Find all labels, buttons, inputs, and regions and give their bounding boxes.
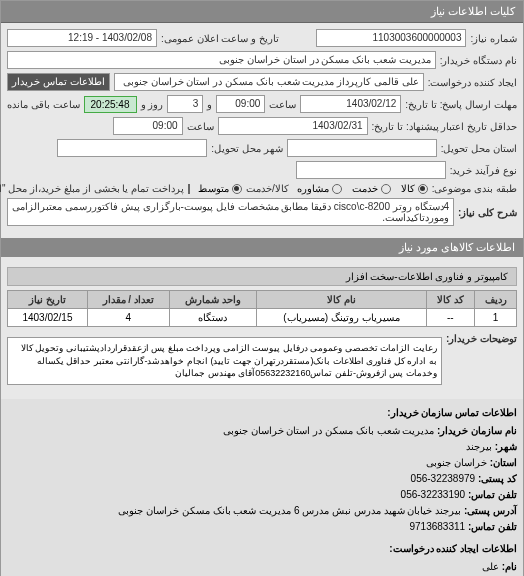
deadline-date2: 1403/02/31	[218, 117, 368, 135]
key-desc-label: شرح کلی نیاز:	[458, 207, 517, 218]
cell-code: --	[426, 309, 474, 327]
org-contact-header: اطلاعات تماس سازمان خریدار:	[7, 405, 517, 421]
radio-icon	[232, 184, 242, 194]
radio-moshavere[interactable]: مشاوره	[297, 183, 342, 194]
device-name-label: نام دستگاه خریدار:	[440, 55, 517, 66]
announce-label: تاریخ و ساعت اعلان عمومی:	[161, 33, 279, 44]
radio-label: متوسط	[198, 183, 229, 194]
creator-label: ایجاد کننده درخواست:	[428, 77, 517, 88]
table-header-row: ردیف کد کالا نام کالا واحد شمارش تعداد /…	[8, 291, 517, 309]
org-city-line: شهر: بیرجند	[7, 439, 517, 455]
table-row[interactable]: 1 -- مسیریاب روتینگ (مسیریاب) دستگاه 4 1…	[8, 309, 517, 327]
radio-label: مشاوره	[297, 183, 329, 194]
process-type-field	[296, 161, 446, 179]
request-no-field: 1103003600000003	[316, 29, 466, 47]
cell-name: مسیریاب روتینگ (مسیریاب)	[257, 309, 426, 327]
cell-unit: دستگاه	[169, 309, 257, 327]
province-deliver-field	[287, 139, 437, 157]
time-label2: ساعت	[187, 121, 214, 132]
org-fax-line: تلفن تماس: 9713683311	[7, 519, 517, 535]
radio-icon	[381, 184, 391, 194]
radio-label: کالا	[401, 183, 415, 194]
deadline-time1: 09:00	[216, 95, 265, 113]
cell-row: 1	[475, 309, 517, 327]
org-province-line: استان: خراسان جنوبی	[7, 455, 517, 471]
radio-icon	[418, 184, 428, 194]
and-label: و	[207, 99, 212, 110]
cell-qty: 4	[87, 309, 169, 327]
deadline-recv-label: حداقل تاریخ اعتبار پیشنهاد: تا تاریخ:	[372, 121, 517, 132]
req-creator-header: اطلاعات ایجاد کننده درخواست:	[7, 541, 517, 557]
buyer-note-label: توضیحات خریدار:	[446, 333, 517, 344]
creator-field: علی قالمی کارپرداز مدیریت شعب بانک مسکن …	[114, 73, 424, 91]
category-radios: کالا خدمت مشاوره	[297, 183, 428, 194]
org-phone-line: تلفن تماس: 32233190-056	[7, 487, 517, 503]
th-name: نام کالا	[257, 291, 426, 309]
radio-medium[interactable]: متوسط	[198, 183, 242, 194]
goods-category-bar: کامپیوتر و فناوری اطلاعات-سخت افزار	[7, 267, 517, 286]
radio-khedmat[interactable]: خدمت	[352, 183, 391, 194]
deadline-date1: 1403/02/12	[300, 95, 401, 113]
goods-section-header: اطلاعات کالاهای مورد نیاز	[1, 238, 523, 257]
th-unit: واحد شمارش	[169, 291, 257, 309]
time-label: ساعت	[269, 99, 296, 110]
org-name-line: نام سازمان خریدار: مدیریت شعب بانک مسکن …	[7, 423, 517, 439]
org-postal-line: کد پستی: 32238979-056	[7, 471, 517, 487]
creator-name-line: نام: علی	[7, 559, 517, 575]
radio-icon	[332, 184, 342, 194]
buyer-note-box: رعایت الزامات تخصصی وعمومی درفایل پیوست …	[7, 337, 442, 385]
th-date: تاریخ نیاز	[8, 291, 88, 309]
device-name-field: مدیریت شعب بانک مسکن در استان خراسان جنو…	[7, 51, 436, 69]
city-deliver-label: شهر محل تحویل:	[211, 143, 282, 154]
org-address-line: آدرس پستی: بیرجند خیابان شهید مدرس نبش م…	[7, 503, 517, 519]
key-desc-field: 4دستگاه روتر cisco\c-8200 دقیقا مطابق مش…	[7, 198, 454, 226]
page-title: کلیات اطلاعات نیاز	[1, 1, 523, 23]
deadline-time2: 09:00	[113, 117, 183, 135]
th-qty: تعداد / مقدار	[87, 291, 169, 309]
remaining-time: 20:25:48	[84, 96, 137, 113]
city-deliver-field	[57, 139, 207, 157]
pay-checkbox[interactable]	[188, 184, 190, 194]
announce-field: 1403/02/08 - 12:19	[7, 29, 157, 47]
request-no-label: شماره نیاز:	[470, 33, 517, 44]
radio-kala[interactable]: کالا	[401, 183, 428, 194]
days-suffix: روز و	[141, 99, 164, 110]
remain-suffix: ساعت باقی مانده	[7, 99, 80, 110]
scale-label: کالا/خدمت	[246, 183, 289, 194]
cell-date: 1403/02/15	[8, 309, 88, 327]
days-value: 3	[167, 95, 203, 113]
goods-table: ردیف کد کالا نام کالا واحد شمارش تعداد /…	[7, 290, 517, 327]
contact-buyer-button[interactable]: اطلاعات تماس خریدار	[7, 73, 110, 91]
deadline-send-label: مهلت ارسال پاسخ: تا تاریخ:	[405, 99, 517, 110]
province-deliver-label: استان محل تحویل:	[441, 143, 517, 154]
pay-note: پرداخت تمام یا بخشی از مبلغ خرید،از محل …	[0, 183, 184, 194]
budget-label: طبقه بندی موضوعی:	[432, 183, 517, 194]
process-type-label: نوع فرآیند خرید:	[450, 165, 517, 176]
th-code: کد کالا	[426, 291, 474, 309]
radio-label: خدمت	[352, 183, 378, 194]
th-row: ردیف	[475, 291, 517, 309]
